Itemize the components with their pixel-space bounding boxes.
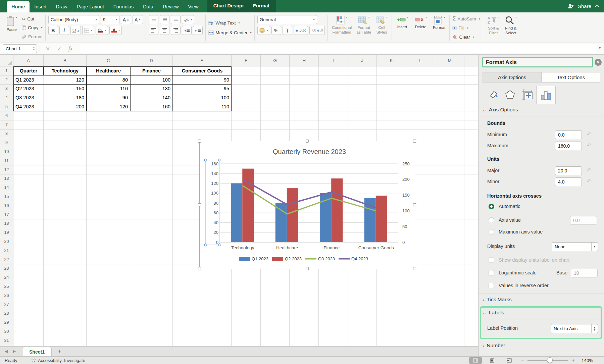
row-header-11[interactable]: 11 bbox=[0, 156, 13, 165]
table-cell[interactable]: 180 bbox=[44, 93, 87, 102]
column-header-M[interactable]: M bbox=[435, 55, 464, 66]
font-color-button[interactable]: A▾ bbox=[109, 26, 122, 35]
decrease-font-button[interactable]: A▼ bbox=[133, 15, 143, 24]
row-header-6[interactable]: 6 bbox=[0, 111, 13, 120]
row-header-9[interactable]: 9 bbox=[0, 138, 13, 147]
row-header-20[interactable]: 20 bbox=[0, 237, 13, 246]
column-header-E[interactable]: E bbox=[173, 55, 232, 66]
row-header-22[interactable]: 22 bbox=[0, 255, 13, 264]
prev-sheet-icon[interactable]: ◀ bbox=[5, 349, 8, 354]
copy-button[interactable]: Copy▾ bbox=[22, 24, 43, 32]
menu-tab-chart-design[interactable]: Chart Design bbox=[209, 0, 248, 12]
table-cell[interactable]: 160 bbox=[130, 102, 173, 111]
page-break-view-button[interactable] bbox=[503, 357, 515, 364]
format-as-table-button[interactable]: ▾ Formatas Table bbox=[355, 15, 372, 41]
column-header-D[interactable]: D bbox=[130, 55, 173, 66]
display-units-dropdown-icon[interactable]: ▼ bbox=[591, 243, 598, 251]
fx-icon[interactable]: fx bbox=[68, 46, 72, 52]
row-header-8[interactable]: 8 bbox=[0, 129, 13, 139]
chart-selection-handle[interactable] bbox=[198, 140, 201, 143]
share-area[interactable]: Share bbox=[568, 0, 599, 12]
row-header-24[interactable]: 24 bbox=[0, 273, 13, 282]
row-header-16[interactable]: 16 bbox=[0, 201, 13, 210]
accessibility-status[interactable]: Accessibility: Investigate bbox=[38, 358, 85, 363]
zoom-level[interactable]: 140% bbox=[582, 358, 593, 363]
maximum-reset-icon[interactable]: ↶ bbox=[587, 142, 591, 149]
values-reverse-checkbox[interactable] bbox=[489, 283, 494, 288]
currency-button[interactable]: ▾ bbox=[257, 26, 270, 35]
tab-text-options[interactable]: Text Options bbox=[542, 72, 600, 83]
row-header-15[interactable]: 15 bbox=[0, 192, 13, 201]
zoom-in-button[interactable]: + bbox=[571, 357, 575, 364]
table-cell[interactable]: 110 bbox=[87, 85, 130, 94]
delete-cells-button[interactable]: ▾ Delete bbox=[413, 15, 428, 41]
increase-font-button[interactable]: A▲ bbox=[121, 15, 131, 24]
label-position-stepper-icon[interactable]: ▲▼ bbox=[591, 324, 598, 333]
menu-tab-data[interactable]: Data bbox=[138, 1, 158, 12]
panel-close-button[interactable]: ✕ bbox=[595, 59, 602, 66]
row-header-12[interactable]: 12 bbox=[0, 165, 13, 174]
borders-button[interactable]: ▾ bbox=[82, 26, 94, 35]
table-cell[interactable]: Q1 2023 bbox=[13, 75, 44, 85]
align-right-button[interactable] bbox=[171, 26, 181, 35]
cut-button[interactable]: ✂Cut bbox=[22, 15, 43, 23]
accessibility-icon[interactable] bbox=[31, 358, 36, 363]
table-cell[interactable]: 90 bbox=[87, 93, 130, 102]
effects-icon[interactable] bbox=[503, 87, 517, 102]
axis-chart-icon[interactable] bbox=[539, 88, 553, 103]
table-cell[interactable]: 120 bbox=[87, 102, 130, 111]
row-header-18[interactable]: 18 bbox=[0, 219, 13, 228]
row-header-17[interactable]: 17 bbox=[0, 210, 13, 219]
row-header-3[interactable]: 3 bbox=[0, 85, 13, 94]
table-header-cell[interactable]: Healthcare bbox=[87, 66, 130, 75]
row-header-10[interactable]: 10 bbox=[0, 147, 13, 156]
collapse-ribbon-icon[interactable] bbox=[595, 5, 599, 8]
column-header-I[interactable]: I bbox=[319, 55, 348, 66]
table-cell[interactable]: 110 bbox=[173, 102, 232, 111]
section-axis-options[interactable]: ⌄Axis Options bbox=[483, 107, 518, 113]
table-header-cell[interactable]: Finance bbox=[130, 66, 173, 75]
table-cell[interactable]: 95 bbox=[173, 85, 232, 94]
format-cells-button[interactable]: ▾ Format bbox=[432, 15, 447, 41]
axis-value-radio[interactable] bbox=[489, 217, 494, 223]
menu-tab-formulas[interactable]: Formulas bbox=[109, 1, 138, 12]
align-bottom-button[interactable] bbox=[171, 15, 181, 24]
formula-input[interactable] bbox=[80, 44, 597, 53]
menu-tab-review[interactable]: Review bbox=[158, 1, 184, 12]
zoom-slider-knob[interactable] bbox=[547, 357, 553, 363]
format-painter-button[interactable]: Format bbox=[22, 33, 43, 41]
chart-selection-handle[interactable] bbox=[198, 203, 201, 206]
cell-styles-button[interactable]: ▾ CellStyles bbox=[374, 15, 389, 41]
column-header-A[interactable]: A bbox=[13, 55, 44, 66]
normal-view-button[interactable] bbox=[469, 357, 482, 364]
menu-tab-format[interactable]: Format bbox=[248, 0, 274, 12]
select-all-corner[interactable] bbox=[0, 55, 13, 66]
column-header-B[interactable]: B bbox=[44, 55, 87, 66]
next-sheet-icon[interactable]: ▶ bbox=[13, 349, 16, 354]
align-left-button[interactable] bbox=[149, 26, 158, 35]
table-header-cell[interactable]: Consumer Goods bbox=[173, 66, 232, 75]
row-header-27[interactable]: 27 bbox=[0, 300, 13, 309]
menu-tab-view[interactable]: View bbox=[183, 1, 203, 12]
number-format-select[interactable]: General▾ bbox=[257, 15, 317, 24]
fill-button[interactable]: Fill▾ bbox=[452, 24, 480, 32]
underline-button[interactable]: U▾ bbox=[70, 26, 81, 35]
menu-tab-insert[interactable]: Insert bbox=[30, 1, 51, 12]
column-header-K[interactable]: K bbox=[377, 55, 406, 66]
row-header-14[interactable]: 14 bbox=[0, 183, 13, 192]
chart-selection-handle[interactable] bbox=[198, 267, 201, 270]
chart-selection-handle[interactable] bbox=[413, 203, 416, 206]
merge-center-button[interactable]: Merge & Center▾ bbox=[208, 29, 251, 37]
paste-dropdown-arrow[interactable]: ▾ bbox=[16, 16, 17, 19]
autosum-button[interactable]: ΣAutoSum▾ bbox=[452, 15, 480, 22]
font-size-select[interactable]: 9▾ bbox=[101, 15, 119, 24]
paste-button[interactable]: ▾ Paste bbox=[5, 15, 18, 41]
row-header-23[interactable]: 23 bbox=[0, 264, 13, 273]
conditional-formatting-button[interactable]: ≠▾ ConditionalFormatting bbox=[331, 15, 353, 41]
row-header-29[interactable]: 29 bbox=[0, 318, 13, 327]
tab-axis-options[interactable]: Axis Options bbox=[483, 72, 542, 83]
row-header-26[interactable]: 26 bbox=[0, 291, 13, 300]
display-units-select[interactable]: None ▼ bbox=[552, 242, 598, 251]
orientation-button[interactable]: ab▾ bbox=[182, 15, 194, 24]
table-cell[interactable]: Q2 2023 bbox=[13, 85, 44, 94]
